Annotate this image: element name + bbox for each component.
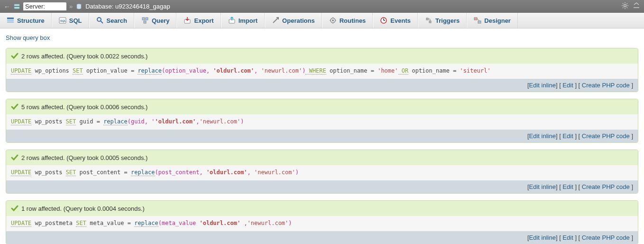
events-icon xyxy=(380,17,387,24)
svg-rect-37 xyxy=(478,21,481,23)
edit-inline-link[interactable]: Edit inline xyxy=(529,234,556,241)
breadcrumb: ← Server: » Database: u923246418_gagap xyxy=(0,0,644,13)
svg-line-19 xyxy=(101,21,103,23)
result-status: 5 rows affected. (Query took 0.0006 seco… xyxy=(6,99,638,114)
edit-inline-link[interactable]: Edit inline xyxy=(529,183,556,190)
database-breadcrumb[interactable]: Database: u923246418_gagap xyxy=(85,3,170,10)
designer-icon xyxy=(474,17,481,24)
database-icon xyxy=(75,3,83,10)
edit-inline-link[interactable]: Edit inline xyxy=(529,132,556,140)
svg-rect-15 xyxy=(7,21,14,23)
import-icon xyxy=(228,17,236,24)
svg-rect-36 xyxy=(474,18,477,20)
result-status: 1 row affected. (Query took 0.0004 secon… xyxy=(6,201,638,216)
svg-point-26 xyxy=(332,19,334,21)
show-query-box-link[interactable]: Show query box xyxy=(6,34,50,41)
collapse-icon[interactable] xyxy=(633,2,640,11)
result-status: 2 rows affected. (Query took 0.0005 seco… xyxy=(6,150,638,165)
result-block: 5 rows affected. (Query took 0.0006 seco… xyxy=(6,99,638,143)
check-icon xyxy=(11,103,18,111)
sql-icon: SQL xyxy=(59,17,66,24)
create-php-link[interactable]: Create PHP code xyxy=(582,183,630,190)
edit-inline-link[interactable]: Edit inline xyxy=(529,82,556,89)
result-actions: [Edit inline] [ Edit ] [ Create PHP code… xyxy=(6,130,638,142)
svg-rect-14 xyxy=(7,19,14,21)
tab-bar: Structure SQLSQL Search Query Export Imp… xyxy=(0,13,644,28)
edit-link[interactable]: Edit xyxy=(562,183,573,190)
create-php-link[interactable]: Create PHP code xyxy=(582,234,630,241)
svg-rect-22 xyxy=(144,21,146,23)
server-breadcrumb[interactable]: Server: xyxy=(23,2,66,10)
tab-import[interactable]: Import xyxy=(221,13,265,28)
svg-point-18 xyxy=(97,18,101,21)
tab-sql[interactable]: SQLSQL xyxy=(52,13,89,28)
tab-structure[interactable]: Structure xyxy=(0,13,52,28)
tab-export[interactable]: Export xyxy=(176,13,221,28)
edit-link[interactable]: Edit xyxy=(562,132,573,140)
server-icon xyxy=(13,3,20,10)
check-icon xyxy=(11,154,18,161)
svg-rect-13 xyxy=(7,18,14,19)
svg-point-3 xyxy=(624,5,626,7)
svg-line-8 xyxy=(623,3,624,4)
search-icon xyxy=(96,17,104,24)
result-status: 2 rows affected. (Query took 0.0022 seco… xyxy=(6,48,638,64)
routines-icon xyxy=(329,17,337,24)
sql-query: UPDATE wp_options SET option_value = rep… xyxy=(6,64,638,79)
tab-query[interactable]: Query xyxy=(134,13,177,28)
result-actions: [Edit inline] [ Edit ] [ Create PHP code… xyxy=(6,79,638,92)
main-content: Show query box 2 rows affected. (Query t… xyxy=(0,28,644,244)
export-icon xyxy=(184,17,191,24)
svg-rect-0 xyxy=(14,4,19,6)
result-actions: [Edit inline] [ Edit ] [ Create PHP code… xyxy=(6,231,638,244)
query-icon xyxy=(141,17,149,24)
svg-rect-34 xyxy=(426,18,428,20)
tab-operations[interactable]: Operations xyxy=(265,13,322,28)
sql-query: UPDATE wp_posts SET guid = replace(guid,… xyxy=(6,114,638,130)
svg-rect-35 xyxy=(429,21,431,23)
result-block: 2 rows affected. (Query took 0.0005 seco… xyxy=(6,150,638,194)
tab-designer[interactable]: Designer xyxy=(467,13,518,28)
edit-link[interactable]: Edit xyxy=(562,82,573,89)
create-php-link[interactable]: Create PHP code xyxy=(582,132,630,140)
sql-query: UPDATE wp_posts SET post_content = repla… xyxy=(6,165,638,180)
svg-rect-21 xyxy=(146,18,148,20)
tab-routines[interactable]: Routines xyxy=(322,13,373,28)
edit-link[interactable]: Edit xyxy=(562,234,573,241)
svg-rect-1 xyxy=(14,7,19,9)
triggers-icon xyxy=(425,17,432,24)
svg-rect-20 xyxy=(142,18,145,20)
svg-line-10 xyxy=(623,8,624,9)
svg-line-38 xyxy=(477,19,479,21)
svg-line-11 xyxy=(627,8,628,9)
back-arrow[interactable]: ← xyxy=(4,3,10,10)
check-icon xyxy=(11,52,18,60)
result-actions: [Edit inline] [ Edit ] [ Create PHP code… xyxy=(6,180,638,193)
svg-text:SQL: SQL xyxy=(60,19,66,22)
result-block: 1 row affected. (Query took 0.0004 secon… xyxy=(6,200,638,244)
tab-triggers[interactable]: Triggers xyxy=(418,13,467,28)
sql-query: UPDATE wp_postmeta SET meta_value = repl… xyxy=(6,216,638,231)
operations-icon xyxy=(272,17,279,24)
structure-icon xyxy=(7,17,14,24)
create-php-link[interactable]: Create PHP code xyxy=(582,82,630,89)
check-icon xyxy=(11,205,18,212)
tab-search[interactable]: Search xyxy=(89,13,134,28)
gear-icon[interactable] xyxy=(621,2,629,11)
tab-events[interactable]: Events xyxy=(373,13,418,28)
svg-line-9 xyxy=(627,3,628,4)
result-block: 2 rows affected. (Query took 0.0022 seco… xyxy=(6,48,638,92)
